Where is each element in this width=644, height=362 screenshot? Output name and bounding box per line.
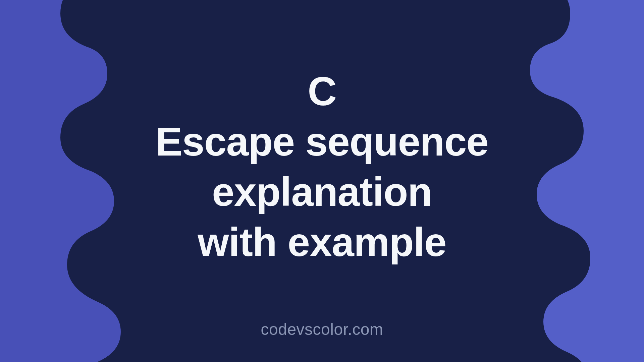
title-line-2: Escape sequence — [156, 119, 488, 164]
title-heading: C Escape sequence explanation with examp… — [0, 66, 644, 267]
title-content: C Escape sequence explanation with examp… — [0, 66, 644, 267]
watermark-text: codevscolor.com — [261, 320, 383, 339]
title-line-1: C — [308, 69, 336, 114]
title-line-3: explanation — [212, 169, 432, 214]
title-line-4: with example — [198, 220, 446, 264]
